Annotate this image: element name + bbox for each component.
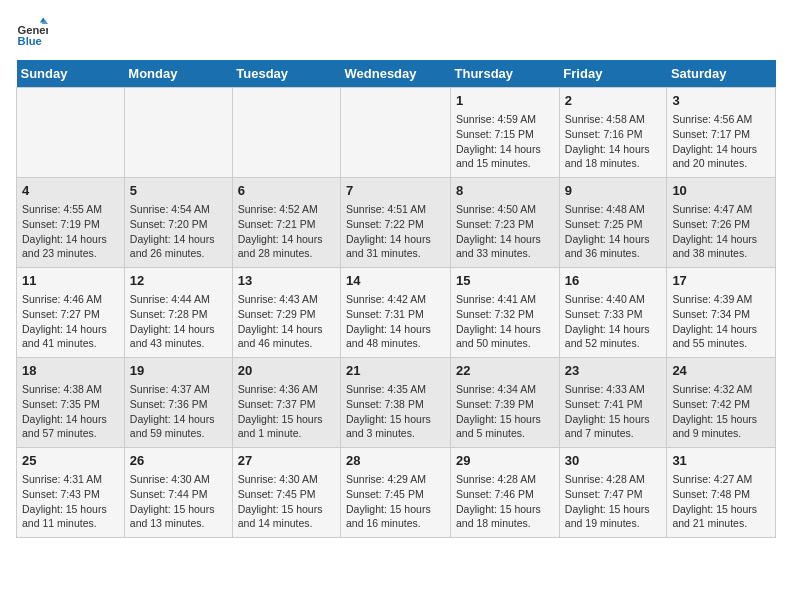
day-number: 4 <box>22 182 119 200</box>
day-info: Sunrise: 4:59 AM Sunset: 7:15 PM Dayligh… <box>456 112 554 171</box>
calendar-cell: 11Sunrise: 4:46 AM Sunset: 7:27 PM Dayli… <box>17 268 125 358</box>
calendar-cell: 14Sunrise: 4:42 AM Sunset: 7:31 PM Dayli… <box>341 268 451 358</box>
calendar-cell: 20Sunrise: 4:36 AM Sunset: 7:37 PM Dayli… <box>232 358 340 448</box>
calendar-cell: 7Sunrise: 4:51 AM Sunset: 7:22 PM Daylig… <box>341 178 451 268</box>
day-info: Sunrise: 4:44 AM Sunset: 7:28 PM Dayligh… <box>130 292 227 351</box>
day-info: Sunrise: 4:27 AM Sunset: 7:48 PM Dayligh… <box>672 472 770 531</box>
calendar-cell: 23Sunrise: 4:33 AM Sunset: 7:41 PM Dayli… <box>559 358 667 448</box>
day-number: 6 <box>238 182 335 200</box>
day-info: Sunrise: 4:28 AM Sunset: 7:46 PM Dayligh… <box>456 472 554 531</box>
calendar-week-row: 4Sunrise: 4:55 AM Sunset: 7:19 PM Daylig… <box>17 178 776 268</box>
day-info: Sunrise: 4:36 AM Sunset: 7:37 PM Dayligh… <box>238 382 335 441</box>
calendar-cell: 12Sunrise: 4:44 AM Sunset: 7:28 PM Dayli… <box>124 268 232 358</box>
day-number: 24 <box>672 362 770 380</box>
calendar-week-row: 1Sunrise: 4:59 AM Sunset: 7:15 PM Daylig… <box>17 88 776 178</box>
day-info: Sunrise: 4:28 AM Sunset: 7:47 PM Dayligh… <box>565 472 662 531</box>
day-info: Sunrise: 4:42 AM Sunset: 7:31 PM Dayligh… <box>346 292 445 351</box>
weekday-header-tuesday: Tuesday <box>232 60 340 88</box>
calendar-cell: 13Sunrise: 4:43 AM Sunset: 7:29 PM Dayli… <box>232 268 340 358</box>
day-number: 12 <box>130 272 227 290</box>
calendar-cell: 9Sunrise: 4:48 AM Sunset: 7:25 PM Daylig… <box>559 178 667 268</box>
day-number: 25 <box>22 452 119 470</box>
calendar-cell: 30Sunrise: 4:28 AM Sunset: 7:47 PM Dayli… <box>559 448 667 538</box>
day-info: Sunrise: 4:48 AM Sunset: 7:25 PM Dayligh… <box>565 202 662 261</box>
calendar-cell: 29Sunrise: 4:28 AM Sunset: 7:46 PM Dayli… <box>451 448 560 538</box>
day-info: Sunrise: 4:34 AM Sunset: 7:39 PM Dayligh… <box>456 382 554 441</box>
calendar-cell: 8Sunrise: 4:50 AM Sunset: 7:23 PM Daylig… <box>451 178 560 268</box>
day-info: Sunrise: 4:50 AM Sunset: 7:23 PM Dayligh… <box>456 202 554 261</box>
calendar-cell <box>124 88 232 178</box>
calendar-cell: 21Sunrise: 4:35 AM Sunset: 7:38 PM Dayli… <box>341 358 451 448</box>
day-number: 9 <box>565 182 662 200</box>
day-info: Sunrise: 4:47 AM Sunset: 7:26 PM Dayligh… <box>672 202 770 261</box>
day-number: 10 <box>672 182 770 200</box>
day-number: 18 <box>22 362 119 380</box>
generalblue-logo-icon: General Blue <box>16 16 48 48</box>
day-info: Sunrise: 4:41 AM Sunset: 7:32 PM Dayligh… <box>456 292 554 351</box>
day-info: Sunrise: 4:51 AM Sunset: 7:22 PM Dayligh… <box>346 202 445 261</box>
day-number: 5 <box>130 182 227 200</box>
logo: General Blue <box>16 16 48 48</box>
calendar-cell: 26Sunrise: 4:30 AM Sunset: 7:44 PM Dayli… <box>124 448 232 538</box>
day-number: 2 <box>565 92 662 110</box>
day-number: 3 <box>672 92 770 110</box>
calendar-cell <box>341 88 451 178</box>
day-info: Sunrise: 4:33 AM Sunset: 7:41 PM Dayligh… <box>565 382 662 441</box>
day-info: Sunrise: 4:46 AM Sunset: 7:27 PM Dayligh… <box>22 292 119 351</box>
calendar-cell: 15Sunrise: 4:41 AM Sunset: 7:32 PM Dayli… <box>451 268 560 358</box>
day-number: 21 <box>346 362 445 380</box>
weekday-header-sunday: Sunday <box>17 60 125 88</box>
calendar-cell: 28Sunrise: 4:29 AM Sunset: 7:45 PM Dayli… <box>341 448 451 538</box>
day-number: 14 <box>346 272 445 290</box>
weekday-header-monday: Monday <box>124 60 232 88</box>
day-info: Sunrise: 4:39 AM Sunset: 7:34 PM Dayligh… <box>672 292 770 351</box>
calendar-cell: 1Sunrise: 4:59 AM Sunset: 7:15 PM Daylig… <box>451 88 560 178</box>
calendar-cell: 31Sunrise: 4:27 AM Sunset: 7:48 PM Dayli… <box>667 448 776 538</box>
day-info: Sunrise: 4:58 AM Sunset: 7:16 PM Dayligh… <box>565 112 662 171</box>
svg-text:Blue: Blue <box>18 35 42 47</box>
day-number: 13 <box>238 272 335 290</box>
calendar-cell: 24Sunrise: 4:32 AM Sunset: 7:42 PM Dayli… <box>667 358 776 448</box>
day-number: 30 <box>565 452 662 470</box>
day-number: 20 <box>238 362 335 380</box>
day-number: 7 <box>346 182 445 200</box>
calendar-week-row: 18Sunrise: 4:38 AM Sunset: 7:35 PM Dayli… <box>17 358 776 448</box>
day-info: Sunrise: 4:32 AM Sunset: 7:42 PM Dayligh… <box>672 382 770 441</box>
day-number: 16 <box>565 272 662 290</box>
calendar-table: SundayMondayTuesdayWednesdayThursdayFrid… <box>16 60 776 538</box>
calendar-cell: 10Sunrise: 4:47 AM Sunset: 7:26 PM Dayli… <box>667 178 776 268</box>
page-header: General Blue <box>16 16 776 48</box>
weekday-header-thursday: Thursday <box>451 60 560 88</box>
day-info: Sunrise: 4:52 AM Sunset: 7:21 PM Dayligh… <box>238 202 335 261</box>
day-info: Sunrise: 4:30 AM Sunset: 7:45 PM Dayligh… <box>238 472 335 531</box>
day-info: Sunrise: 4:40 AM Sunset: 7:33 PM Dayligh… <box>565 292 662 351</box>
day-info: Sunrise: 4:30 AM Sunset: 7:44 PM Dayligh… <box>130 472 227 531</box>
calendar-cell: 6Sunrise: 4:52 AM Sunset: 7:21 PM Daylig… <box>232 178 340 268</box>
day-number: 19 <box>130 362 227 380</box>
calendar-cell: 2Sunrise: 4:58 AM Sunset: 7:16 PM Daylig… <box>559 88 667 178</box>
weekday-header-saturday: Saturday <box>667 60 776 88</box>
weekday-header-wednesday: Wednesday <box>341 60 451 88</box>
calendar-week-row: 25Sunrise: 4:31 AM Sunset: 7:43 PM Dayli… <box>17 448 776 538</box>
calendar-cell: 19Sunrise: 4:37 AM Sunset: 7:36 PM Dayli… <box>124 358 232 448</box>
calendar-cell: 4Sunrise: 4:55 AM Sunset: 7:19 PM Daylig… <box>17 178 125 268</box>
calendar-cell: 27Sunrise: 4:30 AM Sunset: 7:45 PM Dayli… <box>232 448 340 538</box>
day-number: 29 <box>456 452 554 470</box>
calendar-week-row: 11Sunrise: 4:46 AM Sunset: 7:27 PM Dayli… <box>17 268 776 358</box>
day-number: 22 <box>456 362 554 380</box>
calendar-cell <box>232 88 340 178</box>
calendar-cell: 25Sunrise: 4:31 AM Sunset: 7:43 PM Dayli… <box>17 448 125 538</box>
day-number: 8 <box>456 182 554 200</box>
day-number: 17 <box>672 272 770 290</box>
svg-text:General: General <box>18 24 48 36</box>
day-info: Sunrise: 4:35 AM Sunset: 7:38 PM Dayligh… <box>346 382 445 441</box>
calendar-cell: 3Sunrise: 4:56 AM Sunset: 7:17 PM Daylig… <box>667 88 776 178</box>
day-info: Sunrise: 4:43 AM Sunset: 7:29 PM Dayligh… <box>238 292 335 351</box>
calendar-cell <box>17 88 125 178</box>
calendar-cell: 22Sunrise: 4:34 AM Sunset: 7:39 PM Dayli… <box>451 358 560 448</box>
calendar-cell: 16Sunrise: 4:40 AM Sunset: 7:33 PM Dayli… <box>559 268 667 358</box>
day-info: Sunrise: 4:56 AM Sunset: 7:17 PM Dayligh… <box>672 112 770 171</box>
day-info: Sunrise: 4:29 AM Sunset: 7:45 PM Dayligh… <box>346 472 445 531</box>
day-info: Sunrise: 4:55 AM Sunset: 7:19 PM Dayligh… <box>22 202 119 261</box>
weekday-header-row: SundayMondayTuesdayWednesdayThursdayFrid… <box>17 60 776 88</box>
